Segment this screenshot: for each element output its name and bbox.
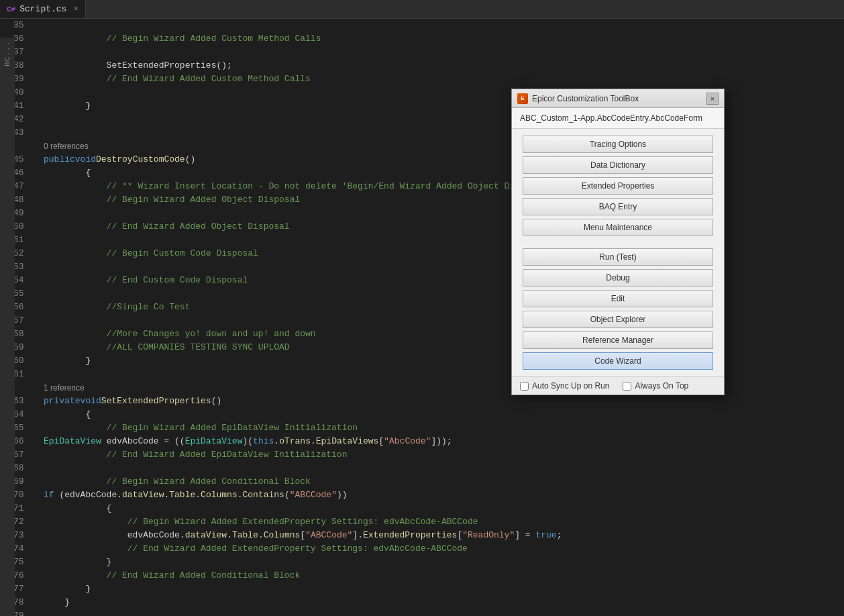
code-line: SetExtendedProperties();	[44, 59, 844, 72]
line-number: 39	[13, 72, 29, 86]
tab-label: Script.cs	[19, 4, 66, 14]
line-number: 76	[13, 569, 29, 582]
code-line: // End Wizard Added ExtendedProperty Set…	[44, 542, 844, 556]
code-line: }	[44, 556, 844, 569]
code-line: if (edvAbcCode.dataView.Table.Columns.Co…	[44, 489, 844, 502]
code-line: // Begin Wizard Added Custom Method Call…	[44, 32, 844, 46]
tab-close-btn[interactable]: ×	[73, 5, 78, 14]
line-number: 64	[13, 408, 29, 421]
line-number: 37	[13, 46, 29, 59]
auto-sync-checkbox[interactable]	[520, 382, 529, 391]
csharp-icon: C#	[7, 5, 15, 13]
line-number: 40	[13, 86, 29, 99]
always-on-top-label: Always On Top	[635, 381, 688, 391]
line-number: 66	[13, 435, 29, 448]
line-number: 69	[13, 475, 29, 489]
line-number: 77	[13, 582, 29, 596]
auto-sync-group[interactable]: Auto Sync Up on Run	[520, 381, 609, 391]
edit-button[interactable]: Edit	[523, 290, 713, 307]
script-tab[interactable]: C# Script.cs ×	[0, 0, 86, 18]
extended-properties-button[interactable]: Extended Properties	[523, 177, 713, 195]
code-line: // Begin Wizard Added Conditional Block	[44, 475, 844, 489]
line-number: 56	[13, 301, 29, 314]
code-line: private void SetExtendedProperties()	[44, 395, 844, 408]
epicor-logo-icon: E	[517, 93, 528, 104]
line-number: 54	[13, 274, 29, 287]
line-number: 60	[13, 354, 29, 368]
dialog-title: Epicor Customization ToolBox	[532, 94, 702, 103]
line-number: 55	[13, 287, 29, 301]
line-number: 36	[13, 32, 29, 46]
line-number: 38	[13, 59, 29, 72]
line-number: 41	[13, 99, 29, 113]
line-number: 53	[13, 260, 29, 274]
line-number: 42	[13, 113, 29, 126]
line-number: 71	[13, 502, 29, 515]
line-number: 52	[13, 247, 29, 260]
code-line: {	[44, 408, 844, 421]
line-number: 72	[13, 515, 29, 529]
reference-manager-button[interactable]: Reference Manager	[523, 331, 713, 349]
always-on-top-checkbox[interactable]	[623, 382, 631, 391]
line-number: 79	[13, 609, 29, 616]
baq-entry-button[interactable]: BAQ Entry	[523, 198, 713, 215]
menu-maintenance-button[interactable]: Menu Maintenance	[523, 219, 713, 236]
line-number: 50	[13, 220, 29, 234]
data-dictionary-button[interactable]: Data Dictionary	[523, 156, 713, 174]
line-number: 65	[13, 421, 29, 435]
code-line	[44, 462, 844, 475]
line-number: 74	[13, 542, 29, 556]
line-number: 57	[13, 314, 29, 327]
line-number: 45	[13, 153, 29, 166]
line-number	[13, 381, 29, 395]
code-line: edvAbcCode.dataView.Table.Columns["ABCCo…	[44, 529, 844, 542]
line-number: 63	[13, 395, 29, 408]
line-number: 67	[13, 448, 29, 462]
separator	[523, 240, 713, 245]
code-line: }	[44, 582, 844, 596]
line-number: 61	[13, 368, 29, 381]
line-number: 58	[13, 327, 29, 341]
dialog-footer: Auto Sync Up on Run Always On Top	[512, 376, 724, 395]
sidebar-label: BC...	[3, 41, 11, 66]
code-line: }	[44, 596, 844, 609]
code-line: // Begin Wizard Added EpiDataView Initia…	[44, 421, 844, 435]
code-line	[44, 19, 844, 32]
dialog-breadcrumb: ABC_Custom_1-App.AbcCodeEntry.AbcCodeFor…	[512, 108, 724, 129]
code-wizard-button[interactable]: Code Wizard	[523, 352, 713, 370]
breadcrumb-text: ABC_Custom_1-App.AbcCodeEntry.AbcCodeFor…	[520, 113, 702, 123]
code-line	[44, 609, 844, 616]
object-explorer-button[interactable]: Object Explorer	[523, 311, 713, 328]
line-number: 35	[13, 19, 29, 32]
code-line: // End Wizard Added Conditional Block	[44, 569, 844, 582]
code-line: EpiDataView edvAbcCode = ((EpiDataView)(…	[44, 435, 844, 448]
line-number: 70	[13, 489, 29, 502]
dialog-body: Tracing Options Data Dictionary Extended…	[512, 129, 724, 376]
dialog-close-button[interactable]: ×	[706, 93, 719, 105]
line-number: 46	[13, 166, 29, 180]
debug-button[interactable]: Debug	[523, 269, 713, 287]
code-line: // Begin Wizard Added ExtendedProperty S…	[44, 515, 844, 529]
code-line: // End Wizard Added Custom Method Calls	[44, 72, 844, 86]
line-number: 49	[13, 207, 29, 220]
line-number: 78	[13, 596, 29, 609]
line-number: 48	[13, 193, 29, 207]
line-number: 47	[13, 180, 29, 193]
run-test-button[interactable]: Run (Test)	[523, 248, 713, 266]
tracing-options-button[interactable]: Tracing Options	[523, 136, 713, 153]
line-number: 68	[13, 462, 29, 475]
always-on-top-group[interactable]: Always On Top	[623, 381, 688, 391]
code-line	[44, 46, 844, 59]
line-number: 59	[13, 341, 29, 354]
dialog-titlebar: E Epicor Customization ToolBox ×	[512, 89, 724, 108]
sidebar-indicator: BC...	[0, 38, 15, 616]
line-number: 43	[13, 126, 29, 140]
epicor-toolbox-dialog[interactable]: E Epicor Customization ToolBox × ABC_Cus…	[511, 89, 725, 395]
line-number: 51	[13, 234, 29, 247]
tab-bar: C# Script.cs ×	[0, 0, 844, 19]
auto-sync-label: Auto Sync Up on Run	[532, 381, 609, 391]
code-line: // End Wizard Added EpiDataView Initiali…	[44, 448, 844, 462]
code-line: {	[44, 502, 844, 515]
line-number	[13, 140, 29, 153]
line-number: 75	[13, 556, 29, 569]
